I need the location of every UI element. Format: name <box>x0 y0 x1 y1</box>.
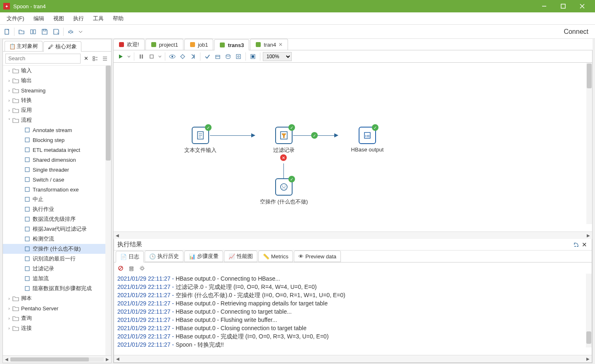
menu-view[interactable]: 视图 <box>49 13 68 24</box>
tree-step[interactable]: Annotate stream <box>3 125 111 135</box>
tree-folder[interactable]: ›输出 <box>3 76 111 85</box>
tree-step-label: 数据流优先级排序 <box>33 215 76 223</box>
log-hscrollbar[interactable]: ◀▶ <box>114 355 592 362</box>
tree-step[interactable]: Single threader <box>3 165 111 175</box>
tree-folder[interactable]: ›转换 <box>3 95 111 105</box>
tree-step[interactable]: Transformation exe <box>3 184 111 194</box>
clear-search-icon[interactable]: ✕ <box>82 54 90 63</box>
menu-tools[interactable]: 工具 <box>89 13 108 24</box>
stop-dropdown-icon[interactable] <box>157 52 162 61</box>
impact-icon[interactable] <box>213 52 222 61</box>
editor-tab[interactable]: project1 <box>145 39 183 50</box>
node-filter[interactable]: ✓ 过滤记录 <box>259 127 309 154</box>
verify-icon[interactable] <box>203 52 212 61</box>
tree-folder-label: 流程 <box>21 116 32 124</box>
tree-folder[interactable]: ›脚本 <box>3 293 111 303</box>
perspective-icon[interactable] <box>66 27 75 36</box>
tree-step[interactable]: 空操作 (什么也不做) <box>3 244 111 254</box>
tree-step[interactable]: 过滤记录 <box>3 264 111 274</box>
result-tab[interactable]: 📊步骤度量 <box>184 251 223 262</box>
clear-log-icon[interactable] <box>127 264 136 272</box>
tree-step[interactable]: 中止 <box>3 194 111 204</box>
maximize-results-icon[interactable] <box>572 241 580 249</box>
sidetab-main[interactable]: 📋主对象树 <box>5 41 43 51</box>
pause-icon[interactable] <box>137 52 146 61</box>
menu-edit[interactable]: 编辑 <box>29 13 48 24</box>
minimize-button[interactable] <box>535 0 554 12</box>
canvas-vscrollbar[interactable] <box>586 63 592 224</box>
editor-tab[interactable]: tran4✕ <box>250 39 288 50</box>
tree-step[interactable]: ETL metadata inject <box>3 145 111 155</box>
new-icon[interactable] <box>2 27 12 36</box>
svg-point-43 <box>181 55 184 58</box>
node-hbase[interactable]: HB✓ HBase output <box>343 127 392 153</box>
tree-step-label: 检测空流 <box>33 235 54 243</box>
tree-step[interactable]: Switch / case <box>3 175 111 184</box>
transformation-canvas[interactable]: ✓ ✕ ✓ 文本文件输入 ✓ 过滤记录 HB✓ HBase output <box>114 63 592 232</box>
stop-icon[interactable] <box>147 52 156 61</box>
save-icon[interactable] <box>40 27 49 36</box>
menu-run[interactable]: 执行 <box>69 13 88 24</box>
run-dropdown-icon[interactable] <box>126 52 131 61</box>
replay-icon[interactable] <box>188 52 198 61</box>
result-tab[interactable]: 🕓执行历史 <box>145 251 183 262</box>
tree-step[interactable]: 执行作业 <box>3 204 111 214</box>
tree-hscrollbar[interactable]: ◀▶ <box>3 355 111 363</box>
search-input[interactable] <box>5 54 81 64</box>
tree-folder[interactable]: ›应用 <box>3 105 111 115</box>
run-icon[interactable] <box>116 52 125 61</box>
close-button[interactable] <box>573 0 592 12</box>
tree-step[interactable]: 识别流的最后一行 <box>3 254 111 264</box>
caret-icon: › <box>6 108 12 113</box>
tree-step[interactable]: 追加流 <box>3 274 111 284</box>
chevron-down-icon[interactable] <box>78 27 83 36</box>
open-icon[interactable] <box>17 27 26 36</box>
folder-icon <box>12 87 19 93</box>
tree-step[interactable]: Shared dimension <box>3 155 111 165</box>
tree-folder[interactable]: ›Streaming <box>3 85 111 95</box>
tree-folder[interactable]: ˅流程 <box>3 115 111 125</box>
stop-log-icon[interactable] <box>117 264 125 272</box>
canvas-hscrollbar[interactable]: ◀▶ <box>114 232 592 239</box>
tree-folder[interactable]: ›连接 <box>3 323 111 333</box>
close-results-icon[interactable]: ✕ <box>580 241 588 249</box>
tree-step[interactable]: 检测空流 <box>3 234 111 244</box>
editor-tab[interactable]: 欢迎! <box>113 39 145 50</box>
tree-step[interactable]: Blocking step <box>3 135 111 145</box>
sidetab-core[interactable]: 🖉核心对象 <box>43 41 81 52</box>
svg-rect-26 <box>25 227 29 231</box>
node-noop[interactable]: ✓ 空操作 (什么也不做) <box>251 178 317 206</box>
result-tab[interactable]: 📈性能图 <box>224 251 257 262</box>
result-tab[interactable]: 📏Metrics <box>258 251 293 262</box>
sql-icon[interactable] <box>224 52 233 61</box>
tree-step[interactable]: 数据流优先级排序 <box>3 214 111 224</box>
tree-vscrollbar[interactable] <box>105 66 111 355</box>
zoom-select[interactable]: 100% <box>263 52 292 61</box>
tree-folder[interactable]: ›输入 <box>3 66 111 76</box>
connect-button[interactable]: Connect <box>564 28 593 35</box>
debug-icon[interactable] <box>178 52 187 61</box>
close-tab-icon[interactable]: ✕ <box>278 42 283 47</box>
explore-icon[interactable] <box>29 27 38 36</box>
log-settings-icon[interactable] <box>138 264 146 272</box>
expand-tree-icon[interactable] <box>92 54 100 63</box>
svg-point-53 <box>238 56 239 57</box>
tree-step[interactable]: 阻塞数据直到步骤都完成 <box>3 284 111 293</box>
result-tab[interactable]: 👁Preview data <box>294 251 341 262</box>
tree-folder[interactable]: ›查询 <box>3 313 111 323</box>
editor-tab[interactable]: trans3 <box>214 39 249 50</box>
tree-step[interactable]: 根据Java代码过滤记录 <box>3 224 111 234</box>
maximize-button[interactable] <box>554 0 573 12</box>
explore-db-icon[interactable] <box>234 52 243 61</box>
saveas-icon[interactable] <box>52 27 61 36</box>
tree-folder[interactable]: ›Pentaho Server <box>3 303 111 313</box>
menu-file[interactable]: 文件(F) <box>2 13 29 24</box>
node-text-input[interactable]: ✓ 文本文件输入 <box>176 127 225 154</box>
results-icon[interactable] <box>248 52 257 61</box>
editor-tab[interactable]: job1 <box>184 39 214 50</box>
collapse-tree-icon[interactable] <box>101 54 109 63</box>
menu-help[interactable]: 帮助 <box>109 13 128 24</box>
log-vscrollbar[interactable] <box>586 274 592 347</box>
result-tab[interactable]: 📄日志 <box>116 251 144 262</box>
preview-icon[interactable] <box>168 52 177 61</box>
